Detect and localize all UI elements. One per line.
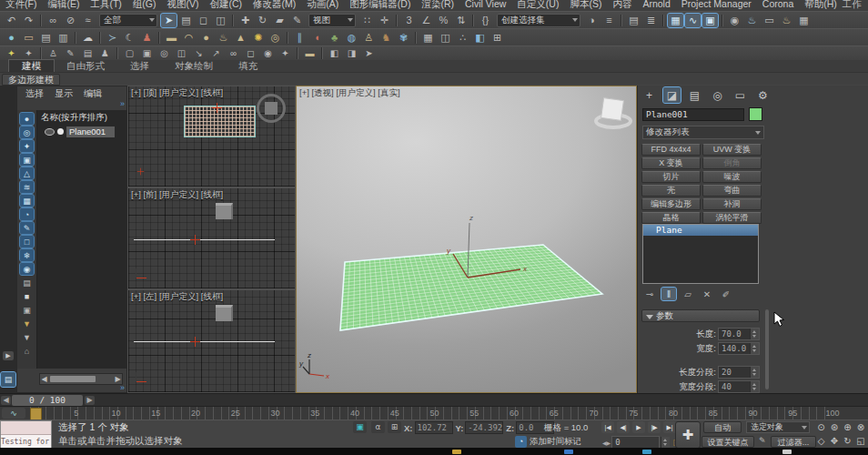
time-tag-label[interactable]: 添加时间标记 bbox=[530, 436, 581, 448]
modifier-button[interactable]: 切片 bbox=[641, 171, 701, 183]
taskbar-app-icon[interactable] bbox=[564, 450, 573, 454]
stack-item-plane[interactable]: Plane bbox=[643, 225, 758, 236]
state-sets-icon[interactable]: ▤ bbox=[38, 31, 54, 45]
go-to-end-icon[interactable]: ▶| bbox=[663, 421, 676, 433]
taskbar-app-icon[interactable] bbox=[782, 450, 792, 454]
eye-toggle-icon[interactable]: ◉ bbox=[260, 47, 276, 59]
key-filters-button[interactable]: 过滤器... bbox=[771, 436, 816, 448]
explorer-sort-header[interactable]: 名称(按升序排序) bbox=[37, 110, 126, 126]
edit-named-sets-icon[interactable]: {} bbox=[478, 14, 493, 27]
remove-modifier-icon[interactable]: ✕ bbox=[700, 288, 714, 300]
spinner[interactable] bbox=[750, 381, 759, 392]
configure-modifier-sets-icon[interactable]: ✐ bbox=[719, 288, 733, 300]
angle-snap-icon[interactable]: ∠ bbox=[419, 14, 434, 27]
circle-icon[interactable]: ◎ bbox=[156, 47, 172, 59]
scene-explorer-dock-icon[interactable]: ▤ bbox=[1, 372, 15, 387]
torus-primitive-icon[interactable]: ◎ bbox=[267, 31, 283, 45]
clone-align-icon[interactable]: ◧ bbox=[472, 31, 488, 45]
select-rotate-icon[interactable]: ↻ bbox=[255, 14, 270, 27]
teapot-primitive-icon[interactable]: ♨ bbox=[216, 31, 231, 45]
menu-file[interactable]: 文件(F) bbox=[0, 0, 42, 10]
filter-xrefs-icon[interactable]: ◔ bbox=[20, 208, 34, 220]
transform-gizmo-icon[interactable] bbox=[190, 235, 200, 245]
maximize-viewport-icon[interactable]: ◱ bbox=[855, 435, 867, 448]
spinner[interactable] bbox=[750, 367, 759, 378]
bind-spacewarp-icon[interactable]: ≈ bbox=[80, 14, 96, 27]
render-setup-icon[interactable]: ♨ bbox=[744, 14, 760, 27]
explorer-menu-select[interactable]: 选择 bbox=[21, 87, 48, 99]
viewport-front[interactable]: [+] [前] [用户定义] [线框] bbox=[128, 188, 295, 288]
light2-icon[interactable]: ✦ bbox=[21, 47, 36, 59]
filter-combo-icon[interactable]: ▼ bbox=[20, 331, 34, 343]
display-thumb-icon[interactable]: ▣ bbox=[20, 304, 34, 316]
list-icon[interactable]: ▤ bbox=[80, 47, 96, 59]
tab-selection[interactable]: 选择 bbox=[117, 60, 162, 72]
viewport-top-label[interactable]: [+] [顶] [用户定义] [线框] bbox=[131, 87, 223, 99]
modifier-button[interactable]: FFD 4x4x4 bbox=[641, 144, 701, 156]
pair-left-icon[interactable]: ◧ bbox=[327, 47, 342, 59]
curve-editor-icon[interactable]: ∿ bbox=[685, 14, 701, 27]
track-bar[interactable]: ∿ 05101520253035404550556065707580859095… bbox=[0, 406, 868, 420]
cloud-icon[interactable]: ☁ bbox=[80, 31, 96, 45]
object-name-input[interactable]: Plane001 bbox=[642, 108, 744, 121]
grid-helper-icon[interactable]: ⊞ bbox=[490, 31, 505, 45]
display-swatch-icon[interactable]: ■ bbox=[20, 290, 34, 302]
select-scale-icon[interactable]: ▰ bbox=[272, 14, 288, 27]
hierarchy-tab-icon[interactable]: ▤ bbox=[686, 87, 703, 103]
tab-modeling[interactable]: 建模 bbox=[9, 60, 54, 72]
modifier-button[interactable]: X 变换 bbox=[641, 157, 701, 169]
select-box-icon[interactable]: ◻ bbox=[243, 47, 258, 59]
viewport-front-label[interactable]: [+] [前] [用户定义] [线框] bbox=[131, 189, 223, 201]
modifier-button[interactable]: 编辑多边形 bbox=[641, 198, 701, 210]
plane-edge-front[interactable] bbox=[134, 239, 275, 240]
menu-edit[interactable]: 编辑(E) bbox=[42, 0, 85, 10]
filter-groups-icon[interactable]: ▦ bbox=[20, 195, 34, 207]
render-grid-icon[interactable]: ▦ bbox=[796, 14, 812, 27]
scroll-left-icon[interactable]: ◀ bbox=[40, 375, 48, 383]
capsule-icon[interactable]: ◖ bbox=[309, 31, 325, 45]
create-tab-icon[interactable]: + bbox=[641, 87, 658, 103]
stack-icon[interactable]: ◫ bbox=[174, 47, 189, 59]
x-coordinate-field[interactable]: 102.72 bbox=[415, 421, 453, 434]
folder-icon[interactable]: ⌂ bbox=[20, 345, 34, 357]
zoom-all-icon[interactable]: ⊛ bbox=[829, 420, 841, 433]
taskbar-app-icon[interactable] bbox=[642, 450, 651, 454]
spinner[interactable] bbox=[661, 437, 670, 448]
parameters-rollout-header[interactable]: 参数 bbox=[641, 309, 760, 322]
unlink-icon[interactable]: ⊘ bbox=[63, 14, 78, 27]
moon-icon[interactable]: ☾ bbox=[122, 31, 137, 45]
pair-right-icon[interactable]: ◨ bbox=[344, 47, 359, 59]
utilities-tab-icon[interactable]: ⚙ bbox=[754, 87, 772, 103]
modifier-button[interactable]: UVW 变换 bbox=[702, 144, 762, 156]
tan-bar-icon[interactable]: ▬ bbox=[302, 47, 318, 59]
object-color-swatch[interactable] bbox=[749, 107, 762, 121]
panel-scrollbar[interactable] bbox=[765, 309, 769, 389]
filter-frozen-icon[interactable]: ❄ bbox=[20, 249, 34, 261]
material-editor-icon[interactable]: ◉ bbox=[727, 14, 742, 27]
key-filters-icon[interactable]: ✎ bbox=[759, 436, 766, 445]
scrollbar-thumb[interactable] bbox=[50, 376, 96, 382]
play-icon[interactable]: ▶ bbox=[632, 421, 645, 433]
transform-gizmo-icon[interactable] bbox=[190, 337, 200, 347]
menu-graph-editors[interactable]: 图形编辑器(D) bbox=[344, 0, 416, 10]
next-frame-arrow-icon[interactable]: ▶ bbox=[85, 396, 95, 405]
earth-icon[interactable]: ◍ bbox=[344, 31, 359, 45]
figure-icon[interactable]: ♙ bbox=[361, 31, 377, 45]
filter-lights-icon[interactable]: ✦ bbox=[20, 140, 34, 152]
named-sets-dropdown[interactable]: 创建选择集 bbox=[497, 14, 580, 27]
populate-icon[interactable]: ♟ bbox=[139, 31, 155, 45]
menu-group[interactable]: 组(G) bbox=[127, 0, 162, 10]
menu-create[interactable]: 创建(C) bbox=[205, 0, 248, 10]
time-slider-handle[interactable]: 0 / 100 bbox=[12, 395, 83, 406]
menu-civil-view[interactable]: Civil View bbox=[459, 0, 511, 10]
pin-stack-icon[interactable]: ⊸ bbox=[642, 288, 657, 300]
redo-icon[interactable]: ↷ bbox=[21, 14, 36, 27]
array-icon[interactable]: ▦ bbox=[420, 31, 436, 45]
tab-object-paint[interactable]: 对象绘制 bbox=[162, 60, 226, 72]
filter-spacewarps-icon[interactable]: ≋ bbox=[20, 181, 34, 193]
transform-gizmo-icon[interactable] bbox=[212, 103, 222, 113]
add-time-tag[interactable]: ◔ 添加时间标记 bbox=[515, 436, 581, 448]
zoom-icon[interactable]: ⊙ bbox=[815, 420, 827, 433]
spinner[interactable] bbox=[750, 329, 759, 339]
viewport-top[interactable]: [+] [顶] [用户定义] [线框] bbox=[128, 86, 295, 187]
